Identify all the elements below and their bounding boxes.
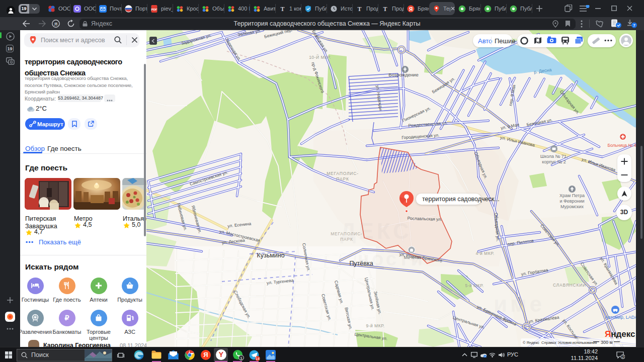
svg-text:Условия использования: Условия использования (558, 340, 597, 345)
svg-text:5-й МКР.: 5-й МКР. (465, 283, 484, 288)
svg-text:корпус № 2: корпус № 2 (542, 159, 566, 164)
svg-text:СЛАВЯНСКИЙ: СЛАВЯНСКИЙ (553, 282, 586, 288)
svg-text:PDF: PDF (151, 8, 157, 11)
svg-text:300 м: 300 м (601, 340, 613, 345)
svg-text:Возрождение: Возрождение (388, 72, 418, 77)
svg-text:4-й МКР.: 4-й МКР. (475, 251, 494, 256)
svg-text:ПАРК: ПАРК (336, 176, 349, 182)
svg-text:Храм Петра: Храм Петра (559, 193, 585, 198)
svg-text:Автомир, LADA: Автомир, LADA (605, 315, 636, 320)
svg-text:Кузьмино: Кузьмино (257, 252, 284, 259)
svg-text:Т: Т (383, 6, 387, 13)
svg-text:Яндекс: Яндекс (605, 329, 635, 339)
svg-text:име: име (494, 292, 545, 316)
svg-text:1: 1 (240, 356, 243, 360)
svg-text:ПАРК: ПАРК (340, 237, 353, 242)
svg-text:Путёвка: Путёвка (349, 260, 373, 267)
svg-text:МЕГАПОЛИС-: МЕГАПОЛИС- (327, 171, 359, 176)
svg-text:₽: ₽ (65, 314, 69, 322)
svg-text:Я: Я (54, 22, 57, 27)
svg-text:Больница № 4: Больница № 4 (607, 143, 636, 148)
svg-text:Справка: Справка (541, 340, 556, 345)
svg-text:10-Й МКР.: 10-Й МКР. (309, 54, 331, 60)
svg-text:Т: Т (280, 6, 284, 13)
svg-text:9-й МКР.: 9-й МКР. (366, 323, 384, 328)
svg-text:© Яндекс: © Яндекс (523, 340, 539, 345)
svg-text:Я: Я (409, 6, 413, 12)
svg-text:Т: Т (357, 6, 361, 13)
svg-text:7: 7 (633, 23, 635, 28)
svg-text:Мечеть: Мечеть (404, 255, 420, 260)
svg-text:Школа № 71,: Школа № 71, (540, 154, 568, 159)
svg-text:и Февронии: и Февронии (559, 199, 584, 204)
svg-text:Муромских: Муромских (560, 204, 584, 209)
svg-text:МЕГАПОЛИС-: МЕГАПОЛИС- (331, 231, 363, 236)
svg-text:14: 14 (256, 357, 260, 360)
svg-text:2: 2 (622, 354, 624, 359)
